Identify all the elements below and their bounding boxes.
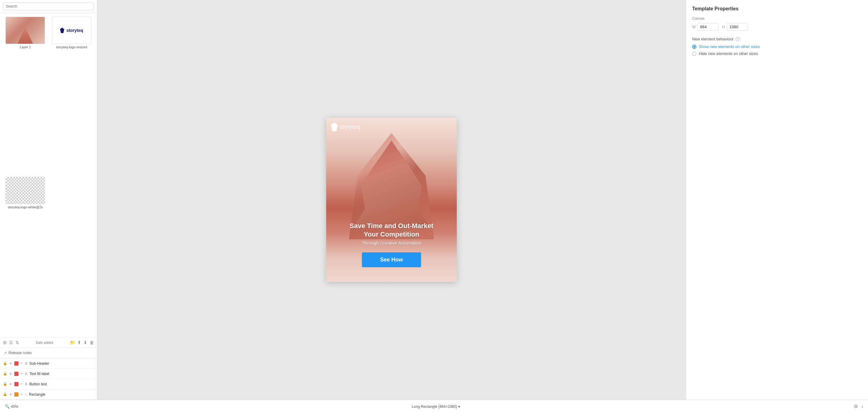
canvas-size-selector[interactable]: Long Rectangle (864×1080) ▾ bbox=[23, 405, 849, 409]
lock-icon-subheader: 🔒 bbox=[3, 361, 7, 365]
canvas-container: storyteq Save Time and Out-Market Your C… bbox=[326, 118, 457, 282]
asset-label-logo-resized: storyteq-logo-resized bbox=[56, 45, 87, 49]
color-swatch-textfill bbox=[14, 372, 19, 376]
asset-grid: Layer 1 storyteq storyteq-logo-resized bbox=[0, 13, 97, 338]
help-icon[interactable]: ? bbox=[736, 37, 740, 41]
asset-item-logo-resized[interactable]: storyteq storyteq-logo-resized bbox=[50, 17, 94, 174]
pencil-icon-subheader: ✏ bbox=[20, 361, 23, 365]
main-canvas-area: storyteq Save Time and Out-Market Your C… bbox=[97, 0, 686, 400]
eye-icon-rectangle: 👁 bbox=[9, 393, 12, 396]
zoom-level: 🔍 45% bbox=[5, 404, 18, 409]
pencil-icon-textfill: ✏ bbox=[20, 372, 23, 376]
upload-icon[interactable]: ⬆ bbox=[78, 340, 81, 345]
grid-view-icon[interactable]: ⊞ bbox=[3, 340, 7, 345]
sort-label[interactable]: Date added bbox=[36, 341, 53, 344]
asset-label-logo-white: storyteq-logo-white@2x bbox=[8, 205, 43, 209]
asset-thumb-logo-white bbox=[5, 177, 45, 204]
search-bar bbox=[0, 0, 97, 13]
width-group: W bbox=[692, 23, 719, 31]
color-swatch-subheader bbox=[14, 361, 19, 366]
layer-name-rectangle: Rectangle bbox=[29, 392, 94, 396]
delete-icon[interactable]: 🗑 bbox=[90, 340, 94, 345]
logo-mark-icon bbox=[331, 123, 338, 131]
folder-icon[interactable]: 📁 bbox=[70, 340, 75, 345]
download-icon[interactable]: ⬇ bbox=[84, 340, 87, 345]
pencil-icon-buttontext: ✏ bbox=[20, 382, 23, 386]
text-icon-subheader: A bbox=[25, 361, 28, 366]
asset-thumb-logo-resized: storyteq bbox=[52, 17, 91, 44]
eye-icon-subheader: 👁 bbox=[9, 362, 12, 365]
ad-text-overlay: Save Time and Out-Market Your Competitio… bbox=[326, 222, 457, 245]
logo-overlay: storyteq bbox=[331, 123, 360, 131]
ad-subline: Through Creative Automation bbox=[332, 240, 451, 245]
radio-group: Show new elements on other sizes Hide ne… bbox=[692, 44, 862, 56]
cta-button[interactable]: See How bbox=[362, 252, 421, 267]
text-icon-buttontext: A bbox=[25, 382, 28, 386]
radio-label-hide: Hide new elements on other sizes bbox=[699, 51, 758, 56]
color-swatch-rectangle bbox=[14, 392, 19, 396]
canvas-section-label: Canvas bbox=[692, 17, 862, 21]
canvas-section: Canvas W H bbox=[692, 17, 862, 31]
logo-thumb-text: storyteq bbox=[60, 28, 83, 33]
asset-toolbar: ⊞ ☰ ⇅ Date added 📁 ⬆ ⬇ 🗑 bbox=[0, 338, 97, 348]
lock-icon-textfill: 🔒 bbox=[3, 372, 7, 376]
color-swatch-buttontext bbox=[14, 382, 19, 386]
release-notes-label: ↗ Release notes bbox=[4, 351, 93, 355]
layer-item-textfill[interactable]: 🔒 👁 ✏ A Text fill label bbox=[0, 369, 97, 379]
ad-headline-line1: Save Time and Out-Market bbox=[332, 222, 451, 230]
asset-item-logo-white[interactable]: storyteq-logo-white@2x bbox=[4, 177, 47, 334]
radio-circle-hide bbox=[692, 52, 696, 56]
ad-creative: storyteq Save Time and Out-Market Your C… bbox=[326, 118, 457, 282]
search-input[interactable] bbox=[3, 2, 94, 10]
behaviour-section: New element behaviour ? Show new element… bbox=[692, 37, 862, 56]
pencil-icon-rectangle: ✏ bbox=[20, 392, 23, 396]
width-letter: W bbox=[692, 25, 695, 29]
left-panel: Layer 1 storyteq storyteq-logo-resized bbox=[0, 0, 97, 400]
right-panel: Template Properties Canvas W H New eleme… bbox=[686, 0, 868, 400]
layer-name-subheader: Sub-Header bbox=[29, 361, 94, 366]
behaviour-label: New element behaviour ? bbox=[692, 37, 862, 41]
release-notes-icon: ↗ bbox=[4, 351, 7, 355]
lock-icon-buttontext: 🔒 bbox=[3, 382, 7, 386]
zoom-value: 45% bbox=[11, 405, 18, 409]
canvas-size-label: Long Rectangle (864×1080) bbox=[412, 405, 457, 409]
shape-icon-rectangle: □ bbox=[25, 392, 27, 396]
asset-thumb-layer1 bbox=[5, 17, 45, 44]
eye-icon-textfill: 👁 bbox=[9, 372, 12, 376]
layer-item-subheader[interactable]: 🔒 👁 ✏ A Sub-Header bbox=[0, 358, 97, 369]
dropdown-chevron-icon: ▾ bbox=[458, 405, 460, 409]
asset-item-layer1[interactable]: Layer 1 bbox=[4, 17, 47, 174]
layer-item-buttontext[interactable]: 🔒 👁 ✏ A Button text bbox=[0, 379, 97, 389]
ad-headline-line2: Your Competition bbox=[332, 230, 451, 239]
layer-name-textfill: Text fill label bbox=[29, 372, 94, 376]
logo-brand-text: storyteq bbox=[340, 124, 360, 130]
width-input[interactable] bbox=[697, 23, 719, 31]
text-icon-textfill: A bbox=[25, 372, 28, 376]
settings-icon[interactable]: ⚙ bbox=[854, 404, 858, 409]
radio-label-show: Show new elements on other sizes bbox=[699, 44, 760, 49]
radio-hide[interactable]: Hide new elements on other sizes bbox=[692, 51, 862, 56]
release-notes-section: ↗ Release notes bbox=[0, 348, 97, 358]
radio-show[interactable]: Show new elements on other sizes bbox=[692, 44, 862, 49]
eye-icon-buttontext: 👁 bbox=[9, 382, 12, 386]
radio-circle-show bbox=[692, 45, 696, 49]
layers-list: 🔒 👁 ✏ A Sub-Header 🔒 👁 ✏ A Text fill lab… bbox=[0, 358, 97, 400]
layer-name-buttontext: Button text bbox=[29, 382, 94, 386]
asset-label-layer1: Layer 1 bbox=[20, 45, 31, 49]
bottom-right-icons: ⚙ › bbox=[854, 404, 863, 409]
panel-title: Template Properties bbox=[692, 6, 862, 11]
canvas-dims: W H bbox=[692, 23, 862, 31]
list-view-icon[interactable]: ☰ bbox=[9, 340, 13, 345]
height-letter: H bbox=[722, 25, 725, 29]
layer-item-rectangle[interactable]: 🔒 👁 ✏ □ Rectangle bbox=[0, 389, 97, 400]
height-input[interactable] bbox=[727, 23, 748, 31]
lock-icon-rectangle: 🔒 bbox=[3, 392, 7, 396]
bottom-bar: 🔍 45% Long Rectangle (864×1080) ▾ ⚙ › bbox=[0, 400, 868, 413]
forward-icon[interactable]: › bbox=[862, 404, 863, 409]
zoom-icon: 🔍 bbox=[5, 404, 10, 409]
height-group: H bbox=[722, 23, 748, 31]
sort-icon[interactable]: ⇅ bbox=[16, 340, 19, 345]
